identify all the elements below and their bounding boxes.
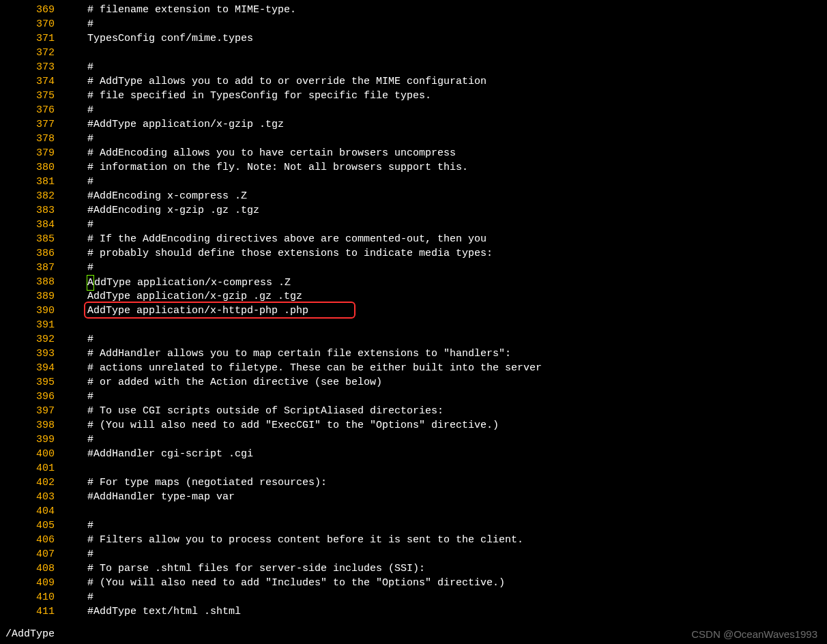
code-line[interactable]: 395# or added with the Action directive …	[0, 375, 827, 390]
code-line[interactable]: 406# Filters allow you to process conten…	[0, 533, 827, 547]
line-number: 371	[0, 31, 60, 46]
cursor: A	[87, 275, 94, 291]
line-number: 387	[0, 261, 60, 275]
line-number: 385	[0, 232, 60, 246]
line-number: 406	[0, 533, 60, 547]
line-number: 396	[0, 390, 60, 404]
line-number: 405	[0, 518, 60, 533]
code-text: # probably should define those extension…	[60, 246, 827, 261]
code-text: #	[60, 218, 827, 232]
code-line[interactable]: 397# To use CGI scripts outside of Scrip…	[0, 404, 827, 418]
code-line[interactable]: 394# actions unrelated to filetype. Thes…	[0, 361, 827, 375]
line-number: 374	[0, 74, 60, 89]
code-line[interactable]: 390AddType application/x-httpd-php .php	[0, 304, 827, 318]
code-text: # filename extension to MIME-type.	[60, 3, 827, 17]
code-text: #	[60, 17, 827, 31]
code-line[interactable]: 391	[0, 318, 827, 332]
code-line[interactable]: 371TypesConfig conf/mime.types	[0, 31, 827, 46]
line-number: 399	[0, 433, 60, 447]
line-number: 402	[0, 475, 60, 490]
line-number: 394	[0, 361, 60, 375]
line-number: 386	[0, 246, 60, 261]
code-line[interactable]: 392#	[0, 332, 827, 347]
code-text: #AddHandler cgi-script .cgi	[60, 447, 827, 461]
code-line[interactable]: 375# file specified in TypesConfig for s…	[0, 89, 827, 103]
code-line[interactable]: 379# AddEncoding allows you to have cert…	[0, 146, 827, 160]
code-line[interactable]: 384#	[0, 218, 827, 232]
code-text: # or added with the Action directive (se…	[60, 375, 827, 390]
code-line[interactable]: 372	[0, 46, 827, 60]
code-line[interactable]: 387#	[0, 261, 827, 275]
code-text: #	[60, 132, 827, 146]
line-number: 397	[0, 404, 60, 418]
line-number: 410	[0, 590, 60, 604]
code-text: AddType application/x-compress .Z	[60, 275, 827, 291]
line-number: 392	[0, 332, 60, 347]
line-number: 375	[0, 89, 60, 103]
code-text: # (You will also need to add "ExecCGI" t…	[60, 418, 827, 433]
code-text: # AddHandler allows you to map certain f…	[60, 347, 827, 361]
code-line[interactable]: 396#	[0, 390, 827, 404]
code-line[interactable]: 389AddType application/x-gzip .gz .tgz	[0, 289, 827, 304]
code-text: # AddType allows you to add to or overri…	[60, 74, 827, 89]
code-line[interactable]: 373#	[0, 60, 827, 74]
code-line[interactable]: 380# information on the fly. Note: Not a…	[0, 160, 827, 175]
line-number: 384	[0, 218, 60, 232]
line-number: 391	[0, 318, 60, 332]
line-number: 398	[0, 418, 60, 433]
code-line[interactable]: 370#	[0, 17, 827, 31]
line-number: 380	[0, 160, 60, 175]
code-text: # Filters allow you to process content b…	[60, 533, 827, 547]
code-line[interactable]: 388AddType application/x-compress .Z	[0, 275, 827, 289]
code-line[interactable]: 381#	[0, 175, 827, 189]
code-line[interactable]: 378#	[0, 132, 827, 146]
code-line[interactable]: 411#AddType text/html .shtml	[0, 604, 827, 619]
line-number: 382	[0, 189, 60, 203]
line-number: 411	[0, 604, 60, 619]
line-number: 378	[0, 132, 60, 146]
search-status: /AddType	[5, 627, 55, 641]
code-line[interactable]: 410#	[0, 590, 827, 604]
code-line[interactable]: 399#	[0, 433, 827, 447]
line-number: 407	[0, 547, 60, 561]
code-line[interactable]: 403#AddHandler type-map var	[0, 490, 827, 504]
code-text: # To parse .shtml files for server-side …	[60, 561, 827, 576]
code-line[interactable]: 386# probably should define those extens…	[0, 246, 827, 261]
line-number: 372	[0, 46, 60, 60]
code-line[interactable]: 398# (You will also need to add "ExecCGI…	[0, 418, 827, 433]
code-line[interactable]: 407#	[0, 547, 827, 561]
code-text: AddType application/x-httpd-php .php	[60, 304, 827, 318]
code-text: # To use CGI scripts outside of ScriptAl…	[60, 404, 827, 418]
code-text: # For type maps (negotiated resources):	[60, 475, 827, 490]
line-number: 390	[0, 304, 60, 318]
line-number: 408	[0, 561, 60, 576]
code-line[interactable]: 385# If the AddEncoding directives above…	[0, 232, 827, 246]
code-text: #	[60, 332, 827, 347]
line-number: 379	[0, 146, 60, 160]
code-line[interactable]: 409# (You will also need to add "Include…	[0, 576, 827, 590]
code-text: # AddEncoding allows you to have certain…	[60, 146, 827, 160]
code-text: #AddEncoding x-gzip .gz .tgz	[60, 203, 827, 218]
editor-viewport[interactable]: 369# filename extension to MIME-type.370…	[0, 0, 827, 619]
code-line[interactable]: 383#AddEncoding x-gzip .gz .tgz	[0, 203, 827, 218]
code-text: #	[60, 103, 827, 117]
code-line[interactable]: 408# To parse .shtml files for server-si…	[0, 561, 827, 576]
code-line[interactable]: 393# AddHandler allows you to map certai…	[0, 347, 827, 361]
code-text	[60, 504, 827, 518]
code-line[interactable]: 382#AddEncoding x-compress .Z	[0, 189, 827, 203]
code-line[interactable]: 400#AddHandler cgi-script .cgi	[0, 447, 827, 461]
code-text: # (You will also need to add "Includes" …	[60, 576, 827, 590]
code-line[interactable]: 377#AddType application/x-gzip .tgz	[0, 117, 827, 132]
code-line[interactable]: 404	[0, 504, 827, 518]
code-text: #	[60, 518, 827, 533]
code-text: # information on the fly. Note: Not all …	[60, 160, 827, 175]
code-line[interactable]: 402# For type maps (negotiated resources…	[0, 475, 827, 490]
line-number: 409	[0, 576, 60, 590]
code-line[interactable]: 374# AddType allows you to add to or ove…	[0, 74, 827, 89]
code-text: #AddType application/x-gzip .tgz	[60, 117, 827, 132]
code-line[interactable]: 401	[0, 461, 827, 475]
code-line[interactable]: 405#	[0, 518, 827, 533]
code-line[interactable]: 369# filename extension to MIME-type.	[0, 3, 827, 17]
code-text: #	[60, 175, 827, 189]
code-line[interactable]: 376#	[0, 103, 827, 117]
